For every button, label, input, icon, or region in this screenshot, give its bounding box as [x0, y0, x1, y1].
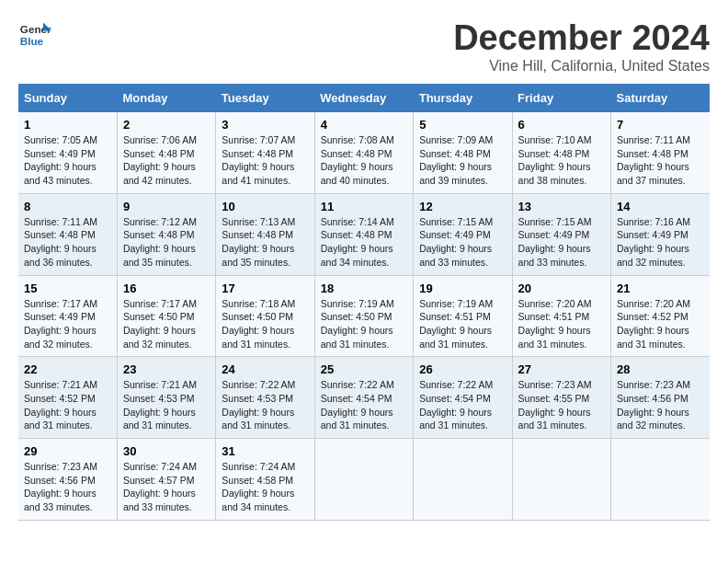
logo: General Blue: [18, 18, 51, 52]
day-info: Sunrise: 7:09 AMSunset: 4:48 PMDaylight:…: [419, 134, 493, 186]
day-number: 8: [24, 200, 111, 213]
day-cell-21: 21 Sunrise: 7:20 AMSunset: 4:52 PMDaylig…: [611, 275, 710, 357]
day-cell-30: 30 Sunrise: 7:24 AMSunset: 4:57 PMDaylig…: [117, 439, 215, 521]
day-number: 20: [518, 282, 605, 295]
day-cell-8: 8 Sunrise: 7:11 AMSunset: 4:48 PMDayligh…: [18, 193, 117, 275]
day-info: Sunrise: 7:23 AMSunset: 4:56 PMDaylight:…: [617, 379, 690, 431]
day-cell-25: 25 Sunrise: 7:22 AMSunset: 4:54 PMDaylig…: [314, 357, 413, 439]
day-info: Sunrise: 7:15 AMSunset: 4:49 PMDaylight:…: [518, 216, 592, 268]
day-number: 22: [24, 362, 111, 376]
day-cell-17: 17 Sunrise: 7:18 AMSunset: 4:50 PMDaylig…: [216, 275, 314, 357]
empty-cell: [611, 439, 710, 521]
day-number: 15: [24, 282, 111, 295]
day-info: Sunrise: 7:21 AMSunset: 4:52 PMDaylight:…: [24, 379, 97, 431]
day-number: 27: [518, 362, 605, 376]
header-day-friday: Friday: [512, 84, 610, 112]
day-info: Sunrise: 7:07 AMSunset: 4:48 PMDaylight:…: [222, 134, 295, 186]
day-cell-26: 26 Sunrise: 7:22 AMSunset: 4:54 PMDaylig…: [414, 357, 512, 439]
location: Vine Hill, California, United States: [453, 58, 710, 75]
empty-cell: [414, 439, 512, 521]
day-cell-14: 14 Sunrise: 7:16 AMSunset: 4:49 PMDaylig…: [611, 193, 710, 275]
day-number: 13: [518, 200, 605, 213]
week-row-3: 15 Sunrise: 7:17 AMSunset: 4:49 PMDaylig…: [18, 275, 710, 357]
day-number: 23: [123, 362, 210, 376]
logo-icon: General Blue: [18, 18, 51, 52]
day-number: 16: [123, 282, 210, 295]
calendar-table: SundayMondayTuesdayWednesdayThursdayFrid…: [18, 84, 710, 521]
day-cell-27: 27 Sunrise: 7:23 AMSunset: 4:55 PMDaylig…: [512, 357, 610, 439]
day-info: Sunrise: 7:15 AMSunset: 4:49 PMDaylight:…: [419, 216, 493, 268]
day-number: 31: [222, 444, 308, 458]
day-info: Sunrise: 7:11 AMSunset: 4:48 PMDaylight:…: [617, 134, 690, 186]
day-info: Sunrise: 7:17 AMSunset: 4:50 PMDaylight:…: [123, 298, 197, 350]
day-cell-3: 3 Sunrise: 7:07 AMSunset: 4:48 PMDayligh…: [216, 112, 314, 193]
header-day-sunday: Sunday: [18, 84, 117, 112]
day-number: 6: [518, 118, 605, 132]
day-info: Sunrise: 7:23 AMSunset: 4:56 PMDaylight:…: [24, 461, 97, 512]
day-info: Sunrise: 7:19 AMSunset: 4:50 PMDaylight:…: [321, 298, 394, 350]
week-row-1: 1 Sunrise: 7:05 AMSunset: 4:49 PMDayligh…: [18, 112, 710, 193]
day-info: Sunrise: 7:13 AMSunset: 4:48 PMDaylight:…: [222, 216, 295, 268]
day-number: 4: [321, 118, 407, 132]
svg-text:Blue: Blue: [20, 35, 44, 47]
day-info: Sunrise: 7:10 AMSunset: 4:48 PMDaylight:…: [518, 134, 592, 186]
header-day-thursday: Thursday: [414, 84, 512, 112]
day-number: 19: [419, 282, 506, 295]
day-number: 17: [222, 282, 308, 295]
day-info: Sunrise: 7:20 AMSunset: 4:51 PMDaylight:…: [518, 298, 592, 350]
month-title: December 2024: [453, 18, 710, 58]
day-info: Sunrise: 7:11 AMSunset: 4:48 PMDaylight:…: [24, 216, 97, 268]
day-info: Sunrise: 7:22 AMSunset: 4:54 PMDaylight:…: [321, 379, 394, 431]
day-number: 7: [617, 118, 704, 132]
day-cell-9: 9 Sunrise: 7:12 AMSunset: 4:48 PMDayligh…: [117, 193, 215, 275]
day-cell-22: 22 Sunrise: 7:21 AMSunset: 4:52 PMDaylig…: [18, 357, 117, 439]
day-info: Sunrise: 7:19 AMSunset: 4:51 PMDaylight:…: [419, 298, 493, 350]
week-row-2: 8 Sunrise: 7:11 AMSunset: 4:48 PMDayligh…: [18, 193, 710, 275]
day-info: Sunrise: 7:14 AMSunset: 4:48 PMDaylight:…: [321, 216, 394, 268]
day-cell-16: 16 Sunrise: 7:17 AMSunset: 4:50 PMDaylig…: [117, 275, 215, 357]
day-info: Sunrise: 7:23 AMSunset: 4:55 PMDaylight:…: [518, 379, 592, 431]
day-cell-13: 13 Sunrise: 7:15 AMSunset: 4:49 PMDaylig…: [512, 193, 610, 275]
day-info: Sunrise: 7:16 AMSunset: 4:49 PMDaylight:…: [617, 216, 690, 268]
day-info: Sunrise: 7:22 AMSunset: 4:54 PMDaylight:…: [419, 379, 493, 431]
day-info: Sunrise: 7:20 AMSunset: 4:52 PMDaylight:…: [617, 298, 690, 350]
header-day-tuesday: Tuesday: [216, 84, 314, 112]
day-cell-29: 29 Sunrise: 7:23 AMSunset: 4:56 PMDaylig…: [18, 439, 117, 521]
day-number: 25: [321, 362, 407, 376]
day-number: 5: [419, 118, 506, 132]
day-number: 18: [321, 282, 407, 295]
day-number: 30: [123, 444, 210, 458]
day-cell-28: 28 Sunrise: 7:23 AMSunset: 4:56 PMDaylig…: [611, 357, 710, 439]
week-row-4: 22 Sunrise: 7:21 AMSunset: 4:52 PMDaylig…: [18, 357, 710, 439]
header-day-wednesday: Wednesday: [314, 84, 413, 112]
day-cell-15: 15 Sunrise: 7:17 AMSunset: 4:49 PMDaylig…: [18, 275, 117, 357]
header-day-monday: Monday: [117, 84, 215, 112]
day-cell-31: 31 Sunrise: 7:24 AMSunset: 4:58 PMDaylig…: [216, 439, 314, 521]
day-cell-4: 4 Sunrise: 7:08 AMSunset: 4:48 PMDayligh…: [314, 112, 413, 193]
day-info: Sunrise: 7:08 AMSunset: 4:48 PMDaylight:…: [321, 134, 394, 186]
day-number: 11: [321, 200, 407, 213]
day-cell-18: 18 Sunrise: 7:19 AMSunset: 4:50 PMDaylig…: [314, 275, 413, 357]
empty-cell: [314, 439, 413, 521]
calendar-header-row: SundayMondayTuesdayWednesdayThursdayFrid…: [18, 84, 710, 112]
day-number: 10: [222, 200, 308, 213]
day-number: 1: [24, 118, 111, 132]
day-cell-24: 24 Sunrise: 7:22 AMSunset: 4:53 PMDaylig…: [216, 357, 314, 439]
day-cell-5: 5 Sunrise: 7:09 AMSunset: 4:48 PMDayligh…: [414, 112, 512, 193]
day-number: 29: [24, 444, 111, 458]
day-cell-11: 11 Sunrise: 7:14 AMSunset: 4:48 PMDaylig…: [314, 193, 413, 275]
day-info: Sunrise: 7:17 AMSunset: 4:49 PMDaylight:…: [24, 298, 97, 350]
day-number: 21: [617, 282, 704, 295]
day-cell-23: 23 Sunrise: 7:21 AMSunset: 4:53 PMDaylig…: [117, 357, 215, 439]
day-cell-1: 1 Sunrise: 7:05 AMSunset: 4:49 PMDayligh…: [18, 112, 117, 193]
empty-cell: [512, 439, 610, 521]
day-info: Sunrise: 7:18 AMSunset: 4:50 PMDaylight:…: [222, 298, 295, 350]
day-number: 12: [419, 200, 506, 213]
day-number: 2: [123, 118, 210, 132]
day-cell-20: 20 Sunrise: 7:20 AMSunset: 4:51 PMDaylig…: [512, 275, 610, 357]
day-number: 14: [617, 200, 704, 213]
day-number: 24: [222, 362, 308, 376]
page-header: General Blue December 2024 Vine Hill, Ca…: [18, 18, 710, 75]
day-number: 3: [222, 118, 308, 132]
day-cell-6: 6 Sunrise: 7:10 AMSunset: 4:48 PMDayligh…: [512, 112, 610, 193]
